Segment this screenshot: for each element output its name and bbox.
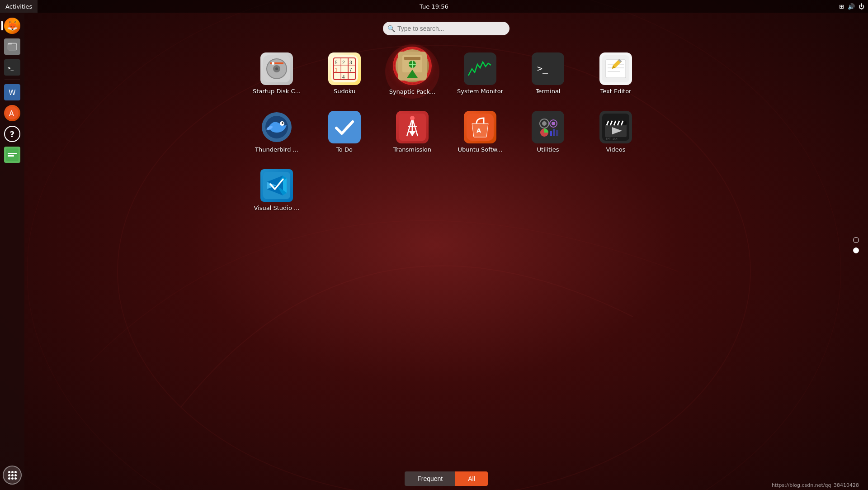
text-editor-icon bbox=[599, 52, 632, 85]
svg-point-17 bbox=[275, 67, 278, 70]
app-label-vscode: Visual Studio ... bbox=[254, 205, 300, 211]
search-input[interactable] bbox=[383, 22, 509, 35]
svg-point-52 bbox=[282, 122, 283, 124]
svg-text:>_: >_ bbox=[8, 65, 14, 71]
app-label-todo: To Do bbox=[336, 146, 353, 153]
sidebar-divider bbox=[5, 80, 20, 80]
svg-rect-12 bbox=[8, 153, 17, 154]
sidebar-item-software[interactable]: A bbox=[3, 104, 22, 123]
app-label-startup-disk: Startup Disk C... bbox=[253, 88, 301, 95]
search-container: 🔍 bbox=[383, 22, 509, 35]
synaptic-icon bbox=[394, 48, 430, 84]
svg-text:7: 7 bbox=[349, 67, 352, 72]
firefox-icon: 🦊 bbox=[4, 18, 20, 34]
sidebar-item-terminal[interactable]: >_ bbox=[3, 58, 22, 77]
svg-text:A: A bbox=[9, 109, 14, 118]
svg-text:A: A bbox=[476, 127, 481, 134]
topbar-right: ⊞ 🔊 ⏻ bbox=[839, 0, 864, 13]
thunderbird-icon bbox=[260, 111, 293, 143]
app-label-text-editor: Text Editor bbox=[600, 88, 632, 95]
tab-all[interactable]: All bbox=[455, 471, 488, 486]
apps-grid: Startup Disk C... 5 2 3 1 7 4 bbox=[236, 49, 656, 215]
app-videos[interactable]: TPT 1AM Videos bbox=[584, 107, 647, 157]
sound-icon[interactable]: 🔊 bbox=[848, 3, 855, 10]
search-icon: 🔍 bbox=[387, 25, 395, 32]
page-indicators bbox=[853, 237, 859, 253]
main-content: 🔍 Startup Disk C... bbox=[24, 13, 868, 490]
system-monitor-icon bbox=[464, 52, 496, 85]
network-icon[interactable]: ⊞ bbox=[839, 3, 844, 10]
svg-text:TPT 1AM: TPT 1AM bbox=[606, 137, 618, 140]
svg-rect-70 bbox=[553, 129, 555, 136]
svg-text:>_: >_ bbox=[537, 63, 548, 74]
terminal-icon: >_ bbox=[4, 59, 20, 76]
app-synaptic[interactable]: Synaptic Pack... bbox=[385, 44, 439, 99]
app-label-thunderbird: Thunderbird ... bbox=[255, 146, 298, 153]
svg-rect-33 bbox=[404, 57, 420, 60]
app-label-transmission: Transmission bbox=[393, 146, 431, 153]
app-label-synaptic: Synaptic Pack... bbox=[389, 88, 436, 95]
app-label-system-monitor: System Monitor bbox=[457, 88, 503, 95]
app-label-terminal: Terminal bbox=[536, 88, 561, 95]
app-vscode[interactable]: Visual Studio ... bbox=[245, 166, 308, 215]
utilities-icon bbox=[532, 111, 564, 143]
svg-text:W: W bbox=[9, 88, 16, 97]
videos-icon: TPT 1AM bbox=[599, 111, 632, 143]
svg-text:3: 3 bbox=[349, 60, 352, 65]
terminal-app-icon: >_ bbox=[532, 52, 564, 85]
green-app-icon bbox=[4, 147, 20, 163]
svg-point-65 bbox=[542, 121, 547, 126]
app-sudoku[interactable]: 5 2 3 1 7 4 Sudoku bbox=[313, 49, 376, 98]
sudoku-icon: 5 2 3 1 7 4 bbox=[328, 52, 361, 85]
sidebar-item-firefox[interactable]: 🦊 bbox=[3, 16, 22, 35]
svg-text:1: 1 bbox=[335, 67, 338, 72]
files-icon bbox=[4, 38, 20, 55]
app-label-sudoku: Sudoku bbox=[334, 88, 355, 95]
software-icon: A bbox=[4, 105, 20, 121]
svg-rect-63 bbox=[534, 114, 561, 141]
app-text-editor[interactable]: Text Editor bbox=[584, 49, 647, 98]
transmission-icon bbox=[396, 111, 429, 143]
svg-text:2: 2 bbox=[342, 60, 345, 65]
app-terminal[interactable]: >_ Terminal bbox=[516, 49, 580, 98]
clock: Tue 19:56 bbox=[420, 3, 448, 10]
app-utilities[interactable]: Utilities bbox=[516, 107, 580, 157]
sidebar-item-green-app[interactable] bbox=[3, 145, 22, 164]
page-indicator-2[interactable] bbox=[853, 247, 859, 253]
app-todo[interactable]: To Do bbox=[313, 107, 376, 157]
svg-rect-13 bbox=[8, 155, 14, 157]
power-icon[interactable]: ⏻ bbox=[859, 3, 864, 10]
topbar: Activities Tue 19:56 ⊞ 🔊 ⏻ bbox=[0, 0, 868, 13]
ubuntu-software-icon: A bbox=[464, 111, 496, 143]
apps-grid-icon bbox=[8, 471, 17, 480]
sidebar-item-files[interactable] bbox=[3, 37, 22, 56]
svg-rect-4 bbox=[8, 44, 16, 50]
svg-rect-11 bbox=[6, 148, 19, 161]
show-apps-button[interactable] bbox=[3, 466, 22, 485]
svg-point-59 bbox=[410, 116, 415, 120]
app-startup-disk-creator[interactable]: Startup Disk C... bbox=[245, 49, 308, 98]
bottom-bar: Frequent All bbox=[24, 467, 868, 490]
app-transmission[interactable]: Transmission bbox=[381, 107, 444, 157]
app-ubuntu-software[interactable]: A Ubuntu Softw... bbox=[448, 107, 512, 157]
statusbar-url: https://blog.csdn.net/qq_38410428 bbox=[772, 482, 859, 488]
svg-rect-53 bbox=[331, 114, 358, 141]
app-system-monitor[interactable]: System Monitor bbox=[448, 49, 512, 98]
page-indicator-1[interactable] bbox=[853, 237, 859, 243]
sidebar-item-writer[interactable]: W bbox=[3, 83, 22, 102]
svg-rect-69 bbox=[550, 131, 552, 136]
writer-icon: W bbox=[4, 84, 20, 100]
tab-frequent[interactable]: Frequent bbox=[405, 471, 455, 486]
svg-point-18 bbox=[272, 62, 274, 65]
app-label-videos: Videos bbox=[606, 146, 625, 153]
svg-rect-71 bbox=[556, 130, 558, 136]
sidebar-item-help[interactable]: ? bbox=[3, 124, 22, 143]
sidebar: 🦊 >_ W A ? bbox=[0, 13, 24, 490]
activities-button[interactable]: Activities bbox=[0, 0, 38, 13]
svg-text:4: 4 bbox=[342, 75, 345, 80]
app-label-utilities: Utilities bbox=[537, 146, 559, 153]
svg-point-67 bbox=[552, 122, 555, 125]
vscode-icon bbox=[260, 169, 293, 202]
app-thunderbird[interactable]: Thunderbird ... bbox=[245, 107, 308, 157]
startup-disk-icon bbox=[260, 52, 293, 85]
